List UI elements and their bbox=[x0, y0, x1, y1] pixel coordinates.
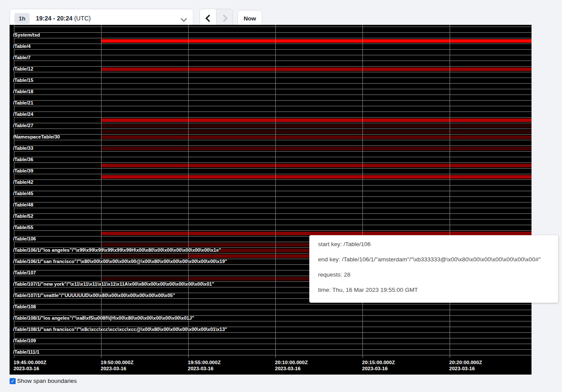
row-label: /Table/48 bbox=[13, 202, 33, 207]
vertical-gridline bbox=[362, 25, 363, 358]
heat-band bbox=[101, 39, 532, 43]
x-axis-tick: 20:10:00.000Z2023-03-16 bbox=[275, 359, 308, 372]
row-label: /Table/108 bbox=[13, 304, 36, 309]
timezone-label: (UTC) bbox=[74, 15, 91, 22]
tooltip-start-key: start key: /Table/106 bbox=[318, 241, 549, 247]
heat-band bbox=[101, 135, 532, 139]
row-label: /Table/42 bbox=[13, 179, 33, 185]
tick-time: 19:55:00.000Z bbox=[188, 359, 220, 365]
tick-date: 2023-03-16 bbox=[188, 365, 220, 372]
heat-band bbox=[101, 175, 532, 179]
x-axis-tick: 19:55:00.000Z2023-03-16 bbox=[188, 359, 220, 372]
row-label: /Table/39 bbox=[13, 168, 33, 173]
row-label: /Table/18 bbox=[13, 89, 33, 94]
row-label: /Table/12 bbox=[13, 66, 33, 71]
row-label: /NamespaceTable/30 bbox=[13, 134, 60, 139]
x-axis-tick: 20:20:00.000Z2023-03-16 bbox=[449, 359, 482, 372]
heat-band bbox=[101, 68, 532, 71]
bucket-tooltip: start key: /Table/106 end key: /Table/10… bbox=[309, 235, 558, 303]
row-label: /Table/45 bbox=[13, 191, 33, 196]
row-label: /Table/27 bbox=[13, 123, 33, 128]
footer-controls: ✓ Show span boundaries bbox=[10, 378, 77, 384]
vertical-gridline bbox=[188, 25, 189, 358]
heat-band bbox=[101, 118, 532, 122]
row-label: /Table/106/1/"los angeles"/"\x99\x99\x99… bbox=[13, 247, 221, 253]
duration-badge: 1h bbox=[14, 13, 30, 24]
vertical-gridline bbox=[450, 25, 450, 358]
vertical-gridline bbox=[275, 25, 276, 358]
chevron-right-icon bbox=[220, 15, 227, 22]
now-button[interactable]: Now bbox=[237, 10, 262, 27]
tick-date: 2023-03-16 bbox=[275, 365, 308, 372]
row-label: /Table/55 bbox=[13, 225, 33, 230]
heat-band bbox=[101, 243, 188, 247]
heat-band bbox=[101, 164, 532, 167]
tick-date: 2023-03-16 bbox=[449, 365, 482, 372]
time-range-label: 19:24 - 20:24 (UTC) bbox=[36, 15, 91, 22]
tick-time: 20:15:00.000Z bbox=[362, 359, 395, 365]
tick-date: 2023-03-16 bbox=[362, 365, 395, 372]
vertical-gridline bbox=[101, 25, 102, 358]
horizontal-gridlines bbox=[14, 27, 532, 357]
tick-time: 20:10:00.000Z bbox=[275, 359, 308, 365]
tick-time: 19:50:00.000Z bbox=[101, 359, 133, 365]
span-boundaries-label: Show span boundaries bbox=[17, 378, 77, 384]
span-boundaries-checkbox[interactable]: ✓ bbox=[10, 378, 16, 384]
row-label: /Table/4 bbox=[13, 44, 30, 49]
time-range-value: 19:24 - 20:24 bbox=[36, 15, 72, 22]
tick-date: 2023-03-16 bbox=[101, 365, 133, 372]
row-label: /Table/33 bbox=[13, 145, 33, 151]
x-axis-tick: 19:50:00.000Z2023-03-16 bbox=[101, 359, 133, 372]
chevron-left-icon bbox=[205, 15, 213, 22]
tick-time: 20:20:00.000Z bbox=[449, 359, 482, 365]
x-axis-tick: 19:45:00.000Z2023-03-16 bbox=[14, 359, 46, 372]
tooltip-requests: requests: 28 bbox=[318, 271, 549, 278]
row-label: /Table/107/1/"new york"/"\x11\x11\x11\x1… bbox=[13, 281, 214, 287]
row-label: /System/tsd bbox=[13, 32, 40, 37]
tooltip-end-key: end key: /Table/106/1/"amsterdam"/"\xb33… bbox=[318, 256, 549, 263]
heat-band bbox=[101, 147, 532, 150]
tick-date: 2023-03-16 bbox=[14, 365, 46, 372]
x-axis-tick: 20:15:00.000Z2023-03-16 bbox=[362, 359, 395, 372]
heat-band bbox=[101, 130, 532, 133]
heat-band bbox=[101, 277, 188, 280]
tick-time: 19:45:00.000Z bbox=[14, 359, 46, 365]
row-label: /Table/108/1/"los angeles"/"\xa8\xf5\u00… bbox=[13, 315, 194, 321]
row-label: /Table/52 bbox=[13, 213, 33, 219]
row-label: /Table/21 bbox=[13, 100, 33, 105]
row-label: /Table/107 bbox=[13, 270, 36, 275]
row-label: /Table/106 bbox=[13, 236, 36, 241]
row-label: /Table/15 bbox=[13, 78, 33, 83]
heat-band bbox=[101, 124, 532, 128]
row-label: /Table/109 bbox=[13, 338, 36, 343]
heat-band bbox=[101, 232, 532, 235]
row-label: /Table/108/1/"san francisco"/"\x8c\xcc\x… bbox=[13, 327, 227, 332]
key-visualizer-canvas[interactable]: /System/tsd/Table/4/Table/7/Table/12/Tab… bbox=[10, 25, 532, 375]
row-label: /Table/106/1/"san francisco"/"\x80\x00\x… bbox=[13, 259, 227, 264]
heat-band bbox=[101, 254, 188, 258]
row-label: /Table/111/1 bbox=[13, 349, 39, 355]
tooltip-time: time: Thu, 16 Mar 2023 19:55:00 GMT bbox=[318, 287, 549, 293]
row-label: /Table/24 bbox=[13, 112, 33, 117]
row-label: /Table/36 bbox=[13, 157, 33, 162]
row-label: /Table/7 bbox=[13, 55, 30, 60]
row-label: /Table/107/1/"seattle"/"UUUUUUD\x00\x80\… bbox=[13, 293, 175, 298]
chevron-down-icon bbox=[181, 16, 187, 22]
